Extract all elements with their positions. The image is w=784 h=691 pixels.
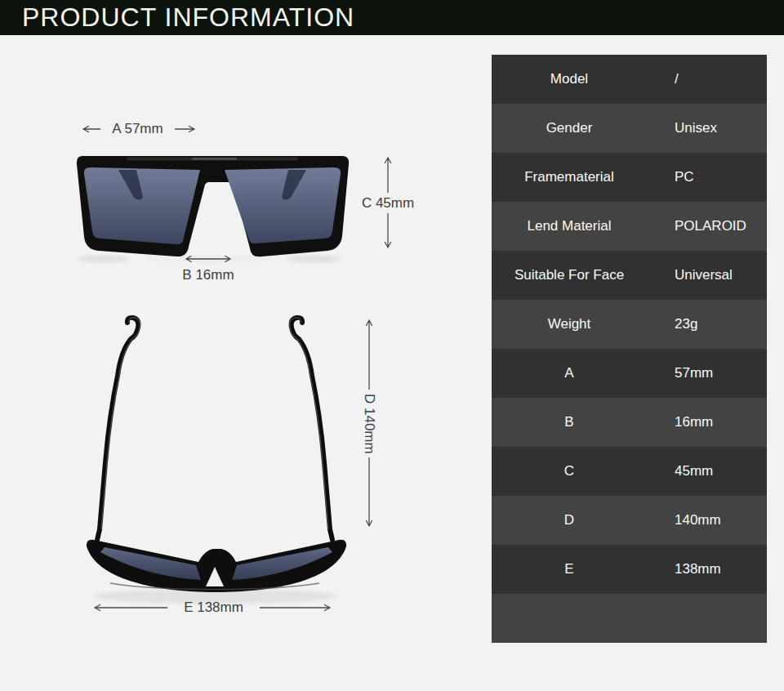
dimension-b-label: B 16mm <box>182 267 234 283</box>
table-row: B 16mm <box>492 398 767 447</box>
dimension-e: E 138mm <box>93 598 332 617</box>
arrow-down-icon <box>383 213 393 249</box>
table-row: A 57mm <box>492 349 767 398</box>
dimension-d: D 140mm <box>357 319 381 549</box>
spec-value: / <box>647 71 767 87</box>
spec-value: POLAROID <box>647 218 767 234</box>
sunglasses-front-view-image <box>69 151 355 265</box>
spec-label: Framematerial <box>492 169 647 185</box>
spec-label: Suitable For Face <box>492 267 647 283</box>
product-information-page: PRODUCT INFORMATION A 57mm <box>0 0 784 691</box>
spec-label: Lend Material <box>492 218 647 234</box>
spec-value: 16mm <box>647 414 767 430</box>
spec-label: Model <box>492 71 647 87</box>
table-row: Lend Material POLAROID <box>492 202 767 251</box>
spec-label: E <box>492 561 647 577</box>
arrow-left-icon <box>82 124 101 134</box>
table-row: Weight 23g <box>492 300 767 349</box>
spec-label: A <box>492 365 647 381</box>
spec-value: Universal <box>647 267 767 283</box>
table-row: Gender Unisex <box>492 104 767 153</box>
spec-value: 23g <box>647 316 767 332</box>
dimension-c-label: C 45mm <box>362 195 414 212</box>
table-row: D 140mm <box>492 496 767 545</box>
spec-table: Model / Gender Unisex Framematerial PC L… <box>492 55 767 643</box>
dimension-b: B 16mm <box>181 254 235 283</box>
table-row <box>492 594 767 643</box>
dimension-c: C 45mm <box>363 156 413 252</box>
spec-label: C <box>492 463 647 479</box>
arrow-left-icon <box>93 603 168 613</box>
arrow-up-icon <box>364 319 374 390</box>
spec-value: 138mm <box>647 561 767 577</box>
arrow-right-icon <box>174 124 196 134</box>
page-title: PRODUCT INFORMATION <box>0 2 354 33</box>
spec-value: PC <box>647 169 767 185</box>
table-row: C 45mm <box>492 447 767 496</box>
table-row: Model / <box>492 55 767 104</box>
spec-value: 57mm <box>647 365 767 381</box>
sunglasses-top-view-image <box>78 310 363 609</box>
dimension-d-label: D 140mm <box>361 394 377 454</box>
spec-value: Unisex <box>647 120 767 136</box>
dimension-a: A 57mm <box>82 121 196 137</box>
page-header: PRODUCT INFORMATION <box>0 0 784 35</box>
dimension-a-label: A 57mm <box>112 121 163 137</box>
spec-value: 140mm <box>647 512 767 528</box>
arrow-right-icon <box>259 603 332 613</box>
table-row: Suitable For Face Universal <box>492 251 767 300</box>
table-row: E 138mm <box>492 545 767 594</box>
arrow-down-icon <box>364 457 374 528</box>
spec-label: Gender <box>492 120 647 136</box>
spec-label: B <box>492 414 647 430</box>
double-arrow-horizontal-icon <box>185 254 232 264</box>
spec-label: Weight <box>492 316 647 332</box>
dimension-e-label: E 138mm <box>184 600 243 616</box>
spec-value: 45mm <box>647 463 767 479</box>
spec-label: D <box>492 512 647 528</box>
arrow-up-icon <box>383 156 393 194</box>
table-row: Framematerial PC <box>492 153 767 202</box>
